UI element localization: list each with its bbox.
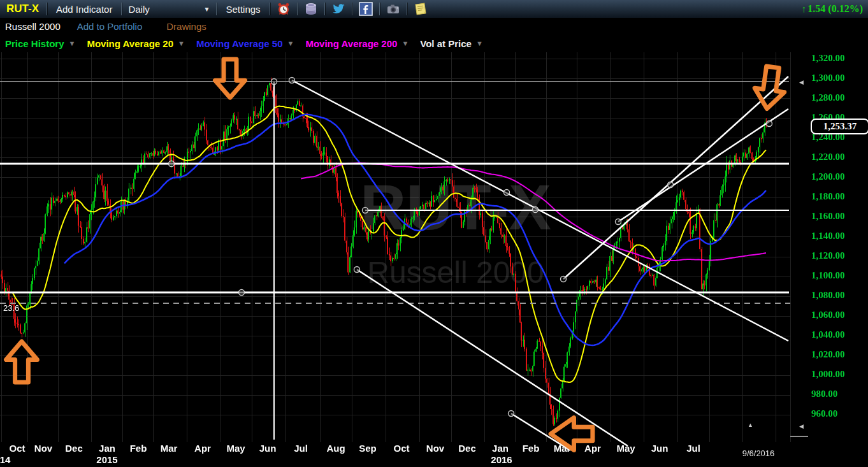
drawing-arrow-left[interactable] — [546, 413, 598, 455]
toolbar-separator — [379, 3, 380, 15]
y-axis-label: 1,180.00 — [811, 191, 845, 202]
x-axis-month-label: Oct — [393, 443, 409, 454]
toolbar-separator — [121, 3, 122, 15]
chart-region: 1,253.37 23.6 1,320.001,300.001,280.001,… — [0, 52, 868, 467]
indicator-ma200[interactable]: Moving Average 200 ▼ — [305, 38, 409, 49]
y-axis-label: 1,080.00 — [811, 290, 845, 301]
x-axis-month-label: Nov — [426, 443, 444, 454]
x-axis-year-label: 2015 — [96, 454, 117, 465]
chevron-down-icon: ▼ — [287, 40, 294, 47]
toolbar-separator — [407, 3, 407, 15]
x-axis-year-label: 2016 — [491, 454, 512, 465]
y-axis-label: 1,300.00 — [811, 73, 845, 83]
axis-marker-icon[interactable]: ◀ — [799, 79, 804, 85]
drawing-arrow-up[interactable] — [1, 336, 42, 387]
toolbar-separator — [270, 3, 270, 15]
x-axis-month-label: Jul — [686, 443, 700, 454]
settings-button[interactable]: Settings — [226, 4, 260, 15]
toolbar-separator — [297, 3, 298, 15]
y-axis-label: 1,220.00 — [811, 152, 845, 162]
quote-change: ↑ 1.54 (0.12%) — [802, 3, 863, 15]
add-to-portfolio-link[interactable]: Add to Portfolio — [77, 21, 143, 32]
indicator-ma20[interactable]: Moving Average 20 ▼ — [87, 38, 185, 49]
x-axis-date-label: 9/6/2016 — [742, 449, 775, 458]
chevron-down-icon: ▼ — [476, 40, 483, 47]
indicator-bar: Price History ▼ Moving Average 20 ▼ Movi… — [0, 34, 868, 52]
y-axis-label: 1,160.00 — [811, 211, 845, 222]
indicator-price-history[interactable]: Price History ▼ — [5, 38, 75, 49]
camera-icon[interactable] — [386, 2, 401, 16]
x-axis-year-label: 14 — [0, 454, 10, 465]
x-axis-month-label: Aug — [326, 443, 345, 454]
change-up-arrow: ↑ — [802, 4, 807, 15]
x-axis-month-label: Mar — [161, 443, 178, 454]
toolbar-separator — [352, 3, 352, 15]
x-axis-month-label: Oct — [9, 443, 25, 454]
x-axis-month-label: Jan — [99, 443, 115, 454]
interval-value: Daily — [128, 4, 149, 15]
x-axis-month-label: Sep — [359, 443, 377, 454]
y-axis-label: 980.00 — [811, 389, 837, 399]
y-axis-label: 1,120.00 — [811, 250, 845, 261]
y-axis-label: 1,040.00 — [811, 329, 845, 340]
drawings-link[interactable]: Drawings — [166, 21, 206, 32]
chevron-down-icon: ▼ — [69, 40, 76, 47]
database-icon[interactable] — [303, 2, 319, 16]
y-axis-label: 1,060.00 — [811, 310, 845, 320]
alarm-clock-icon[interactable] — [276, 2, 291, 16]
indicator-label: Moving Average 50 — [196, 38, 283, 49]
toolbar-separator — [324, 3, 325, 15]
toolbar-separator — [47, 3, 47, 15]
y-axis-label: 1,100.00 — [811, 270, 845, 281]
y-axis-label: 1,140.00 — [811, 231, 845, 241]
symbol-label[interactable]: RUT-X — [6, 3, 39, 15]
x-axis-month-label: Jan — [492, 443, 509, 454]
twitter-icon[interactable] — [331, 2, 346, 16]
x-axis-month-label: Apr — [194, 443, 211, 454]
indicator-ma50[interactable]: Moving Average 50 ▼ — [196, 38, 294, 49]
y-axis-label: 1,200.00 — [811, 171, 845, 182]
symbol-name-label: Russell 2000 — [5, 21, 61, 32]
x-axis-month-label: Jun — [259, 443, 277, 454]
price-chart-canvas[interactable] — [0, 52, 868, 467]
x-axis-month-label: Feb — [130, 443, 147, 454]
indicator-label: Moving Average 200 — [305, 38, 397, 49]
facebook-icon[interactable] — [358, 2, 373, 16]
indicator-label: Vol at Price — [420, 38, 472, 49]
last-price-badge: 1,253.37 — [811, 119, 868, 134]
toolbar-separator — [216, 3, 217, 15]
axis-marker-icon[interactable]: ◀ — [799, 423, 804, 429]
indicator-label: Price History — [5, 38, 64, 49]
add-indicator-button[interactable]: Add Indicator — [56, 4, 112, 15]
x-axis-month-label: Dec — [458, 443, 476, 454]
y-axis-label: 1,280.00 — [811, 92, 845, 103]
axis-scrollbar-handle[interactable] — [790, 436, 808, 437]
change-text: 1.54 (0.12%) — [807, 3, 863, 15]
x-axis-month-label: Nov — [34, 443, 52, 454]
x-axis-month-label: Jul — [294, 443, 308, 454]
y-axis-label: 1,000.00 — [811, 369, 845, 380]
x-axis-month-label: Feb — [523, 443, 540, 454]
x-axis-month-label: Dec — [65, 443, 83, 454]
drawing-arrow-down[interactable] — [210, 54, 250, 103]
main-toolbar: RUT-X Add Indicator Daily ▼ Settings — [0, 0, 868, 18]
y-axis-label: 960.00 — [811, 408, 837, 419]
chevron-down-icon: ▼ — [178, 40, 185, 47]
axis-marker-icon[interactable]: ▲ — [748, 422, 753, 428]
notes-icon[interactable] — [413, 2, 428, 16]
y-axis-label: 1,020.00 — [811, 349, 845, 360]
fib-236-label: 23.6 — [3, 303, 19, 313]
x-axis-month-label: Jun — [651, 443, 669, 454]
indicator-vol-at-price[interactable]: Vol at Price ▼ — [420, 38, 482, 49]
drawing-arrow-down[interactable] — [747, 59, 793, 117]
y-axis-label: 1,320.00 — [811, 53, 845, 64]
symbol-subheader: Russell 2000 Add to Portfolio Drawings — [0, 18, 868, 34]
interval-dropdown[interactable]: Daily ▼ — [128, 4, 210, 15]
x-axis-month-label: May — [616, 443, 635, 454]
x-axis-month-label: May — [226, 443, 245, 454]
indicator-label: Moving Average 20 — [87, 38, 173, 49]
chevron-down-icon: ▼ — [203, 6, 210, 13]
chevron-down-icon: ▼ — [401, 40, 409, 47]
